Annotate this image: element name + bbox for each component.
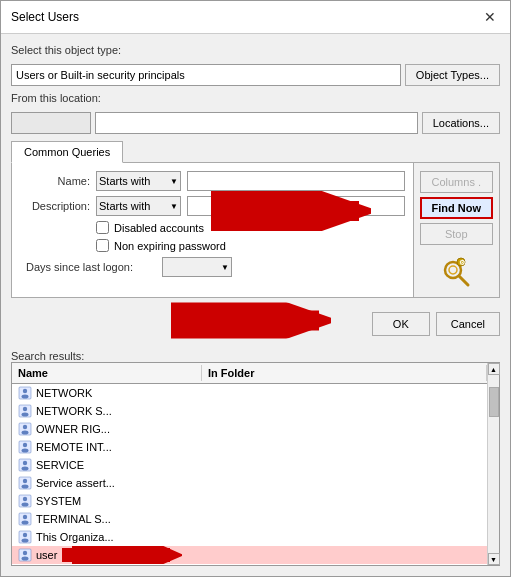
tab-container: Common Queries Name: Starts with ▼ [11,140,500,298]
name-label: Name: [20,175,90,187]
search-icon-area: ⚙ [420,257,494,289]
query-section: Name: Starts with ▼ Description: Start [11,163,414,298]
svg-rect-9 [171,309,281,333]
name-text: TERMINAL S... [36,513,111,525]
folder-column-header: In Folder [202,365,487,381]
object-type-label: Select this object type: [11,44,500,56]
table-row[interactable]: NETWORK S... [12,402,487,420]
table-row[interactable]: OWNER RIG... [12,420,487,438]
name-cell: Service assert... [12,475,202,491]
name-cell: NETWORK S... [12,403,202,419]
locations-button[interactable]: Locations... [422,112,500,134]
svg-point-21 [23,443,27,447]
table-row[interactable]: SERVICE [12,456,487,474]
name-cell: REMOTE INT... [12,439,202,455]
results-body[interactable]: NETWORK NETWORK S... OWNER RIG... REMOTE… [12,384,487,565]
object-types-button[interactable]: Object Types... [405,64,500,86]
location-input[interactable] [95,112,418,134]
query-panel-wrapper: Name: Starts with ▼ Description: Start [11,163,500,298]
user-icon [18,404,32,418]
location-prefix-input[interactable] [11,112,91,134]
folder-cell [202,500,487,502]
disabled-accounts-checkbox[interactable] [96,221,109,234]
ok-button[interactable]: OK [372,312,430,336]
scroll-down-button[interactable]: ▼ [488,553,500,565]
non-expiring-row: Non expiring password [96,239,405,252]
select-users-dialog: Select Users ✕ Select this object type: … [0,0,511,577]
table-row[interactable]: This Organiza... [12,528,487,546]
table-row[interactable]: SYSTEM [12,492,487,510]
name-cell: SYSTEM [12,493,202,509]
tab-common-queries[interactable]: Common Queries [11,141,123,163]
days-dropdown-arrow-icon: ▼ [221,263,229,272]
disabled-accounts-label: Disabled accounts [114,222,204,234]
description-query-input[interactable] [187,196,405,216]
user-icon [18,440,32,454]
find-now-button[interactable]: Find Now [420,197,494,219]
name-text: REMOTE INT... [36,441,112,453]
object-type-row: Object Types... [11,64,500,86]
name-text: SERVICE [36,459,84,471]
days-row: Days since last logon: ▼ [20,257,405,277]
svg-point-30 [23,497,27,501]
name-text: Service assert... [36,477,115,489]
svg-point-39 [23,551,27,555]
title-bar: Select Users ✕ [1,1,510,34]
name-cell: OWNER RIG... [12,421,202,437]
user-icon [18,548,32,562]
days-label: Days since last logon: [26,261,156,273]
name-text: OWNER RIG... [36,423,110,435]
arrow-to-ok [171,303,331,342]
name-cell: This Organiza... [12,529,202,545]
svg-point-19 [22,431,29,435]
svg-line-1 [459,276,468,285]
name-text: SYSTEM [36,495,81,507]
name-cell: NETWORK [12,385,202,401]
results-inner: Name In Folder NETWORK NETWORK S... OWNE… [12,363,487,565]
non-expiring-label: Non expiring password [114,240,226,252]
svg-point-40 [22,557,29,561]
folder-cell [202,536,487,538]
stop-button[interactable]: Stop [420,223,494,245]
close-button[interactable]: ✕ [480,7,500,27]
folder-cell [202,446,487,448]
user-icon [18,458,32,472]
non-expiring-checkbox[interactable] [96,239,109,252]
scroll-thumb[interactable] [489,387,499,417]
disabled-accounts-row: Disabled accounts [96,221,405,234]
svg-point-25 [22,467,29,471]
svg-point-36 [23,533,27,537]
table-row[interactable]: user [12,546,487,564]
folder-cell [202,428,487,430]
table-row[interactable]: REMOTE INT... [12,438,487,456]
svg-point-31 [22,503,29,507]
name-dropdown-arrow-icon: ▼ [170,177,178,186]
name-starts-with-dropdown[interactable]: Starts with ▼ [96,171,181,191]
days-dropdown[interactable]: ▼ [162,257,232,277]
user-icon [18,476,32,490]
name-cell: user [12,547,202,563]
search-results-section: Search results: Name In Folder NETWORK N… [11,346,500,566]
cancel-button[interactable]: Cancel [436,312,500,336]
table-row[interactable]: NETWORK [12,384,487,402]
description-starts-with-dropdown[interactable]: Starts with ▼ [96,196,181,216]
svg-point-16 [22,413,29,417]
name-query-input[interactable] [187,171,405,191]
folder-cell [202,392,487,394]
columns-button[interactable]: Columns . [420,171,494,193]
object-type-input[interactable] [11,64,401,86]
svg-point-34 [22,521,29,525]
svg-point-2 [449,266,457,274]
user-icon [18,530,32,544]
search-results-label: Search results: [11,350,500,362]
scrollbar[interactable]: ▲ ▼ [487,363,499,565]
svg-point-18 [23,425,27,429]
folder-cell [202,518,487,520]
svg-point-22 [22,449,29,453]
right-buttons-panel: Columns . Find Now Stop ⚙ [414,163,501,298]
query-panel-inner: Name: Starts with ▼ Description: Start [11,163,500,298]
table-row[interactable]: TERMINAL S... [12,510,487,528]
table-row[interactable]: Service assert... [12,474,487,492]
svg-point-24 [23,461,27,465]
scroll-up-button[interactable]: ▲ [488,363,500,375]
